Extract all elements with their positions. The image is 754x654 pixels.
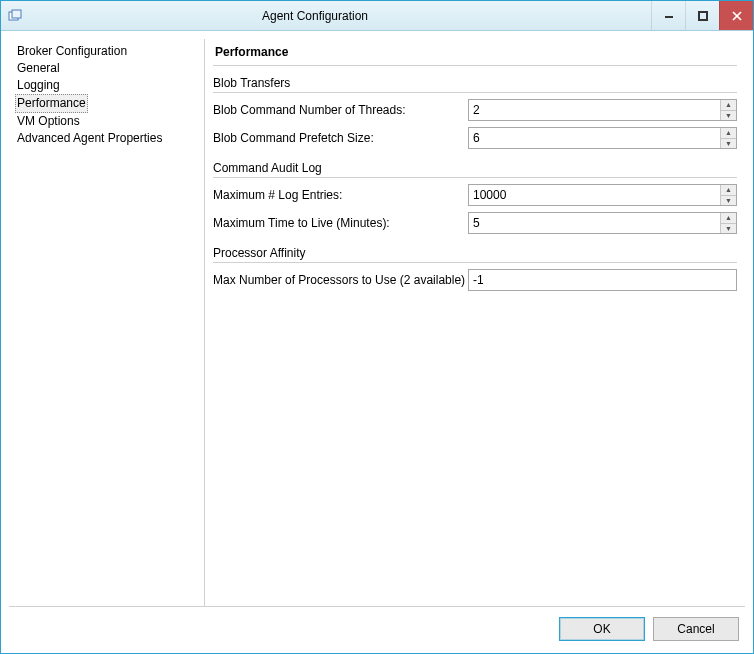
minimize-button[interactable] xyxy=(651,1,685,30)
sidebar-item-advanced-agent-properties[interactable]: Advanced Agent Properties xyxy=(15,130,164,147)
spinner-down-icon[interactable]: ▼ xyxy=(721,111,736,121)
sidebar-item-performance[interactable]: Performance xyxy=(15,94,88,113)
ttl-label: Maximum Time to Live (Minutes): xyxy=(213,216,468,230)
sidebar: Broker Configuration General Logging Per… xyxy=(9,39,204,606)
cancel-button[interactable]: Cancel xyxy=(653,617,739,641)
ttl-spinner[interactable]: ▲ ▼ xyxy=(468,212,737,234)
max-entries-spinner[interactable]: ▲ ▼ xyxy=(468,184,737,206)
ok-button[interactable]: OK xyxy=(559,617,645,641)
blob-threads-input[interactable] xyxy=(469,100,720,120)
blob-threads-label: Blob Command Number of Threads: xyxy=(213,103,468,117)
spinner-up-icon[interactable]: ▲ xyxy=(721,213,736,224)
group-command-audit-log: Command Audit Log Maximum # Log Entries:… xyxy=(213,161,737,234)
sidebar-item-general[interactable]: General xyxy=(15,60,62,77)
app-icon xyxy=(7,8,23,24)
blob-prefetch-label: Blob Command Prefetch Size: xyxy=(213,131,468,145)
ttl-input[interactable] xyxy=(469,213,720,233)
blob-prefetch-spinner[interactable]: ▲ ▼ xyxy=(468,127,737,149)
window-controls xyxy=(651,1,753,30)
spinner-down-icon[interactable]: ▼ xyxy=(721,224,736,234)
spinner-up-icon[interactable]: ▲ xyxy=(721,185,736,196)
spinner-down-icon[interactable]: ▼ xyxy=(721,196,736,206)
close-button[interactable] xyxy=(719,1,753,30)
group-blob-transfers: Blob Transfers Blob Command Number of Th… xyxy=(213,76,737,149)
group-processor-affinity: Processor Affinity Max Number of Process… xyxy=(213,246,737,291)
group-title: Command Audit Log xyxy=(213,161,326,177)
spinner-up-icon[interactable]: ▲ xyxy=(721,100,736,111)
svg-rect-3 xyxy=(699,12,707,20)
sidebar-item-logging[interactable]: Logging xyxy=(15,77,62,94)
maximize-button[interactable] xyxy=(685,1,719,30)
group-title: Blob Transfers xyxy=(213,76,294,92)
vertical-divider xyxy=(204,39,205,606)
svg-rect-2 xyxy=(665,16,673,18)
settings-panel: Performance Blob Transfers Blob Command … xyxy=(209,39,745,606)
dialog-footer: OK Cancel xyxy=(9,606,745,645)
blob-threads-spinner[interactable]: ▲ ▼ xyxy=(468,99,737,121)
max-proc-input[interactable] xyxy=(468,269,737,291)
group-title: Processor Affinity xyxy=(213,246,309,262)
panel-heading: Performance xyxy=(213,39,737,66)
spinner-up-icon[interactable]: ▲ xyxy=(721,128,736,139)
titlebar: Agent Configuration xyxy=(1,1,753,31)
window-title: Agent Configuration xyxy=(29,9,651,23)
max-entries-input[interactable] xyxy=(469,185,720,205)
svg-rect-1 xyxy=(12,10,21,18)
max-entries-label: Maximum # Log Entries: xyxy=(213,188,468,202)
sidebar-item-broker-configuration[interactable]: Broker Configuration xyxy=(15,43,129,60)
sidebar-item-vm-options[interactable]: VM Options xyxy=(15,113,82,130)
max-proc-label: Max Number of Processors to Use (2 avail… xyxy=(213,273,468,287)
blob-prefetch-input[interactable] xyxy=(469,128,720,148)
spinner-down-icon[interactable]: ▼ xyxy=(721,139,736,149)
